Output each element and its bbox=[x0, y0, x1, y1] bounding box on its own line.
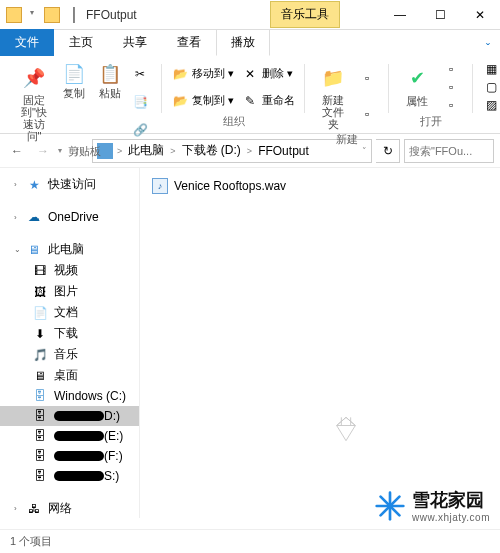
group-open-label: 打开 bbox=[420, 114, 442, 129]
downloads-icon: ⬇ bbox=[32, 326, 48, 342]
chevron-icon[interactable]: > bbox=[168, 146, 177, 156]
tab-home[interactable]: 主页 bbox=[54, 29, 108, 56]
copypath-icon: 📑 bbox=[132, 94, 148, 110]
copyto-button[interactable]: 📂复制到 ▾ bbox=[168, 92, 238, 110]
pin-quickaccess-button[interactable]: 📌 固定到"快速访问" bbox=[12, 60, 56, 144]
title-bar: ▾ ｜ FFOutput 音乐工具 — ☐ ✕ bbox=[0, 0, 500, 30]
qat-dropdown-icon[interactable]: ▾ bbox=[30, 8, 34, 17]
file-list[interactable]: ♪ Venice Rooftops.wav bbox=[140, 168, 500, 518]
history-button[interactable]: ▫ bbox=[439, 96, 467, 114]
ribbon-expand-button[interactable]: ˇ bbox=[476, 42, 500, 56]
pc-icon: 🖥 bbox=[26, 242, 42, 258]
selectnone-button[interactable]: ▢全部取消 bbox=[479, 78, 500, 96]
tab-share[interactable]: 共享 bbox=[108, 29, 162, 56]
delete-button[interactable]: ✕删除 ▾ bbox=[238, 65, 299, 83]
ribbon-tabs: 文件 主页 共享 查看 播放 ˇ bbox=[0, 30, 500, 56]
diamond-watermark bbox=[332, 415, 360, 443]
tree-downloads[interactable]: ⬇下载 bbox=[0, 323, 139, 344]
copy-icon: 📄 bbox=[62, 62, 86, 86]
nav-tree[interactable]: ›★快速访问 ›☁OneDrive ⌄🖥此电脑 🎞视频 🖼图片 📄文档 ⬇下载 … bbox=[0, 168, 140, 518]
tree-thispc[interactable]: ⌄🖥此电脑 bbox=[0, 239, 139, 260]
copy-button[interactable]: 📄 复制 bbox=[56, 60, 92, 144]
rename-icon: ✎ bbox=[242, 93, 258, 109]
tree-documents[interactable]: 📄文档 bbox=[0, 302, 139, 323]
pin-icon: 📌 bbox=[18, 62, 50, 94]
paste-button[interactable]: 📋 粘贴 bbox=[92, 60, 128, 144]
newfolder-label: 新建文件夹 bbox=[317, 94, 349, 130]
tree-fdrive[interactable]: 🗄(F:) bbox=[0, 446, 139, 466]
properties-button[interactable]: ✔ 属性 bbox=[395, 60, 439, 114]
drive-icon: 🗄 bbox=[32, 388, 48, 404]
newfolder-icon: 📁 bbox=[317, 62, 349, 94]
copy-label: 复制 bbox=[63, 86, 85, 101]
easyaccess-button[interactable]: ▫ bbox=[355, 105, 383, 123]
tree-sdrive[interactable]: 🗄S:) bbox=[0, 466, 139, 486]
pin-label: 固定到"快速访问" bbox=[18, 94, 50, 142]
cut-button[interactable]: ✂ bbox=[128, 65, 156, 83]
window-title: FFOutput bbox=[86, 8, 137, 22]
minimize-button[interactable]: — bbox=[380, 0, 420, 30]
tree-cdrive[interactable]: 🗄Windows (C:) bbox=[0, 386, 139, 406]
expand-icon[interactable]: ⌄ bbox=[14, 245, 24, 254]
nav-recent-icon[interactable]: ▾ bbox=[58, 146, 62, 155]
tree-edrive[interactable]: 🗄(E:) bbox=[0, 426, 139, 446]
drive-icon: 🗄 bbox=[32, 468, 48, 484]
ribbon-group-organize: 📂移动到 ▾ 📂复制到 ▾ ✕删除 ▾ ✎重命名 组织 bbox=[162, 60, 305, 129]
selectinvert-button[interactable]: ▨反向选择 bbox=[479, 96, 500, 114]
breadcrumb-seg-1[interactable]: 下载卷 (D:) bbox=[178, 142, 245, 159]
context-tab-music[interactable]: 音乐工具 bbox=[270, 1, 340, 28]
selectall-button[interactable]: ▦全部选择 bbox=[479, 60, 500, 78]
star-icon: ★ bbox=[26, 177, 42, 193]
list-item[interactable]: ♪ Venice Rooftops.wav bbox=[148, 176, 492, 196]
expand-icon[interactable]: › bbox=[14, 213, 24, 222]
newitem-icon: ▫ bbox=[359, 70, 375, 86]
rename-button[interactable]: ✎重命名 bbox=[238, 92, 299, 110]
newfolder-button[interactable]: 📁 新建文件夹 bbox=[311, 60, 355, 132]
delete-icon: ✕ bbox=[242, 66, 258, 82]
newitem-button[interactable]: ▫ bbox=[355, 69, 383, 87]
breadcrumb-seg-0[interactable]: 此电脑 bbox=[124, 142, 168, 159]
cloud-icon: ☁ bbox=[26, 209, 42, 225]
tree-onedrive[interactable]: ›☁OneDrive bbox=[0, 207, 139, 227]
close-button[interactable]: ✕ bbox=[460, 0, 500, 30]
ribbon-group-clipboard: 📌 固定到"快速访问" 📄 复制 📋 粘贴 ✂ 📑 🔗 剪贴板 bbox=[6, 60, 162, 129]
refresh-button[interactable]: ↻ bbox=[376, 139, 400, 163]
group-new-label: 新建 bbox=[336, 132, 358, 147]
rename-label: 重命名 bbox=[262, 93, 295, 108]
explorer-body: ›★快速访问 ›☁OneDrive ⌄🖥此电脑 🎞视频 🖼图片 📄文档 ⬇下载 … bbox=[0, 168, 500, 518]
redacted-label bbox=[54, 471, 104, 481]
expand-icon[interactable]: › bbox=[14, 504, 24, 513]
chevron-icon[interactable]: > bbox=[115, 146, 124, 156]
copypath-button[interactable]: 📑 bbox=[128, 93, 156, 111]
tree-ddrive[interactable]: 🗄D:) bbox=[0, 406, 139, 426]
tab-view[interactable]: 查看 bbox=[162, 29, 216, 56]
open-button[interactable]: ▫ bbox=[439, 60, 467, 78]
chevron-icon[interactable]: > bbox=[245, 146, 254, 156]
search-input[interactable] bbox=[404, 139, 494, 163]
redacted-label bbox=[54, 431, 104, 441]
breadcrumb-dropdown-icon[interactable]: ˅ bbox=[362, 146, 367, 156]
shortcut-button[interactable]: 🔗 bbox=[128, 121, 156, 139]
ribbon-group-open: ✔ 属性 ▫ ▫ ▫ 打开 bbox=[389, 60, 473, 129]
tree-pictures[interactable]: 🖼图片 bbox=[0, 281, 139, 302]
edit-button[interactable]: ▫ bbox=[439, 78, 467, 96]
ribbon-group-select: ▦全部选择 ▢全部取消 ▨反向选择 选择 bbox=[473, 60, 500, 129]
expand-icon[interactable]: › bbox=[14, 180, 24, 189]
tree-desktop[interactable]: 🖥桌面 bbox=[0, 365, 139, 386]
tree-quickaccess[interactable]: ›★快速访问 bbox=[0, 174, 139, 195]
tree-music[interactable]: 🎵音乐 bbox=[0, 344, 139, 365]
status-bar: 1 个项目 bbox=[0, 529, 500, 553]
app-icon bbox=[6, 7, 22, 23]
network-icon: 🖧 bbox=[26, 501, 42, 517]
maximize-button[interactable]: ☐ bbox=[420, 0, 460, 30]
tree-network[interactable]: ›🖧网络 bbox=[0, 498, 139, 518]
video-icon: 🎞 bbox=[32, 263, 48, 279]
paste-label: 粘贴 bbox=[99, 86, 121, 101]
moveto-button[interactable]: 📂移动到 ▾ bbox=[168, 65, 238, 83]
breadcrumb-seg-2[interactable]: FFOutput bbox=[254, 144, 313, 158]
music-icon: 🎵 bbox=[32, 347, 48, 363]
status-item-count: 1 个项目 bbox=[10, 534, 52, 549]
tab-file[interactable]: 文件 bbox=[0, 29, 54, 56]
tree-video[interactable]: 🎞视频 bbox=[0, 260, 139, 281]
tab-play[interactable]: 播放 bbox=[216, 29, 270, 56]
